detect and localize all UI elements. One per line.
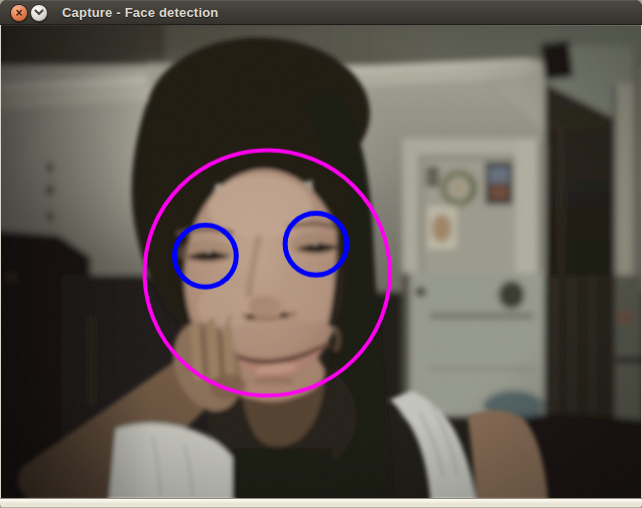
video-grain [1, 26, 641, 498]
app-window: × Capture - Face detection [0, 0, 642, 508]
window-title: Capture - Face detection [62, 5, 219, 20]
chevron-down-icon [34, 9, 44, 16]
shade-button[interactable] [30, 4, 48, 22]
close-button[interactable]: × [10, 4, 28, 22]
video-area [0, 25, 642, 498]
titlebar[interactable]: × Capture - Face detection [0, 0, 642, 25]
webcam-frame [1, 25, 641, 498]
window-bottom-border[interactable] [0, 498, 642, 508]
close-icon: × [15, 6, 22, 18]
